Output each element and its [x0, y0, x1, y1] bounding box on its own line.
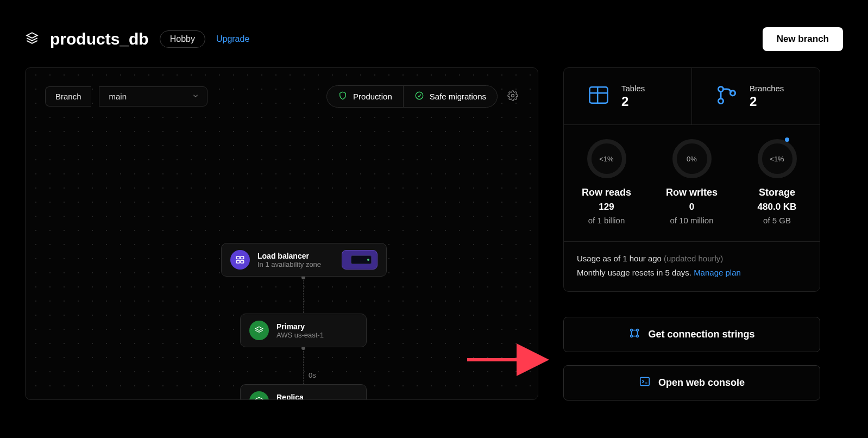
storage-of: of 5 GB	[763, 216, 791, 225]
upgrade-link[interactable]: Upgrade	[216, 34, 249, 44]
actions-group: Get connection strings Open web console	[563, 317, 820, 401]
check-circle-icon	[414, 91, 424, 102]
tables-label: Tables	[621, 84, 645, 93]
primary-title: Primary	[276, 322, 324, 331]
production-pill[interactable]: Production	[327, 86, 404, 107]
database-title: products_db	[50, 30, 149, 48]
safe-migrations-label: Safe migrations	[430, 92, 486, 101]
branches-stat[interactable]: Branches 2	[692, 68, 820, 124]
primary-subtitle: AWS us-east-1	[276, 331, 324, 339]
row-writes-value: 0	[689, 202, 694, 212]
svg-rect-6	[590, 87, 608, 103]
console-icon	[639, 376, 651, 390]
svg-point-8	[718, 98, 723, 103]
storage-metric: <1% Storage 480.0 KB of 5 GB	[734, 139, 820, 225]
replica-title: Replica	[276, 393, 324, 401]
storage-value: 480.0 KB	[758, 202, 797, 212]
latency-label: 0s	[309, 371, 316, 379]
branch-select[interactable]: main	[99, 86, 207, 107]
svg-rect-3	[241, 256, 244, 259]
row-reads-value: 129	[599, 202, 614, 212]
load-balancer-node[interactable]: Load balancer In 1 availability zone	[221, 243, 387, 277]
topology-panel: Branch main Production	[25, 67, 538, 400]
web-console-label: Open web console	[658, 377, 745, 389]
row-writes-metric: 0% Row writes 0 of 10 million	[649, 139, 734, 225]
svg-point-11	[637, 329, 639, 331]
connection-icon	[628, 327, 640, 342]
branch-label: Branch	[45, 86, 91, 107]
production-label: Production	[353, 92, 392, 101]
safe-migrations-pill[interactable]: Safe migrations	[404, 86, 497, 107]
replica-node[interactable]: Replica AWS us-east-1	[240, 384, 367, 400]
page-header: products_db Hobby Upgrade New branch	[0, 0, 868, 67]
svg-rect-2	[236, 256, 240, 259]
load-balancer-icon	[230, 250, 250, 270]
row-reads-of: of 1 billion	[588, 216, 625, 225]
svg-point-12	[631, 335, 633, 337]
tables-value: 2	[621, 94, 645, 109]
storage-title: Storage	[759, 187, 795, 198]
shield-icon	[338, 91, 348, 102]
branches-label: Branches	[750, 84, 784, 93]
stats-footer: Usage as of 1 hour ago (updated hourly) …	[564, 242, 820, 291]
tables-stat[interactable]: Tables 2	[564, 68, 692, 124]
topology-toolbar: Branch main Production	[26, 68, 538, 125]
connection-strings-label: Get connection strings	[648, 329, 754, 340]
replica-icon	[249, 391, 269, 400]
chevron-down-icon	[192, 92, 199, 101]
new-branch-button[interactable]: New branch	[763, 27, 843, 51]
svg-point-7	[718, 86, 723, 91]
right-column: Tables 2 Branches 2 <1% R	[563, 67, 820, 401]
row-writes-title: Row writes	[666, 187, 718, 198]
storage-pct: <1%	[758, 139, 797, 178]
plan-badge: Hobby	[160, 30, 205, 48]
svg-rect-5	[241, 261, 244, 264]
svg-point-1	[512, 94, 514, 97]
row-writes-pct: 0%	[672, 139, 712, 178]
svg-point-13	[637, 335, 639, 337]
usage-text: Usage as of 1 hour ago	[577, 254, 664, 263]
database-icon	[25, 31, 39, 47]
environment-pill-group: Production Safe migrations	[326, 85, 498, 108]
open-web-console-button[interactable]: Open web console	[563, 365, 820, 401]
stats-card: Tables 2 Branches 2 <1% R	[563, 67, 820, 292]
manage-plan-link[interactable]: Manage plan	[694, 268, 741, 277]
lb-status-badge	[342, 250, 378, 270]
lb-subtitle: In 1 availability zone	[257, 260, 321, 268]
branches-value: 2	[750, 94, 784, 109]
row-reads-pct: <1%	[587, 139, 626, 178]
resets-text: Monthly usage resets in 5 days.	[577, 268, 694, 277]
svg-point-10	[631, 329, 633, 331]
tables-icon	[587, 83, 611, 109]
updated-hourly: (updated hourly)	[664, 254, 723, 263]
svg-rect-4	[236, 261, 240, 264]
branch-selected-value: main	[109, 92, 127, 101]
row-reads-metric: <1% Row reads 129 of 1 billion	[564, 139, 649, 225]
row-reads-title: Row reads	[582, 187, 631, 198]
row-writes-of: of 10 million	[670, 216, 713, 225]
get-connection-strings-button[interactable]: Get connection strings	[563, 317, 820, 352]
svg-rect-14	[640, 378, 650, 386]
settings-button[interactable]	[507, 90, 518, 103]
primary-node[interactable]: Primary AWS us-east-1	[240, 314, 367, 347]
primary-icon	[249, 321, 269, 340]
lb-title: Load balancer	[257, 252, 321, 260]
svg-point-0	[416, 92, 423, 99]
branches-icon	[715, 83, 739, 109]
